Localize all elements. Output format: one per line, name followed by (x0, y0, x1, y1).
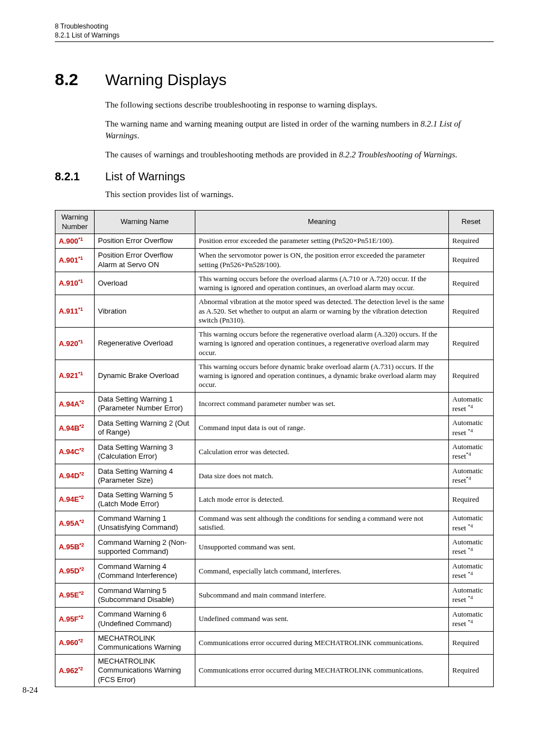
warning-name-cell: Command Warning 1 (Unsatisfying Command) (95, 511, 195, 535)
warning-meaning-cell: This warning occurs before the regenerat… (195, 328, 449, 360)
table-row: A.95B*2Command Warning 2 (Non-supported … (55, 535, 494, 559)
section-title: Warning Displays (105, 71, 227, 89)
warning-meaning-cell: Communications error occurred during MEC… (195, 631, 449, 655)
section-number: 8.2 (55, 70, 105, 89)
warning-number-cell: A.95B*2 (55, 535, 95, 559)
warning-name-cell: Vibration (95, 295, 195, 328)
warning-name-cell: Command Warning 2 (Non-supported Command… (95, 535, 195, 559)
page-number: 8-24 (22, 685, 38, 695)
warning-number-cell: A.95D*2 (55, 559, 95, 584)
warning-meaning-cell: Calculation error was detected. (195, 440, 449, 464)
table-row: A.920*1Regenerative OverloadThis warning… (55, 328, 494, 360)
warning-name-cell: Command Warning 4 (Command Interference) (95, 559, 195, 584)
table-row: A.95D*2Command Warning 4 (Command Interf… (55, 559, 494, 584)
warning-reset-cell: Automatic reset *4 (449, 583, 494, 607)
table-row: A.921*1Dynamic Brake OverloadThis warnin… (55, 360, 494, 392)
table-row: A.962*2MECHATROLINK Communications Warni… (55, 655, 494, 687)
page: 8 Troubleshooting 8.2.1 List of Warnings… (0, 0, 534, 704)
warning-reset-cell: Required (449, 272, 494, 295)
warning-number-cell: A.960*2 (55, 631, 95, 655)
warning-reset-cell: Automatic reset*4 (449, 440, 494, 464)
intro-paragraph-1: The following sections describe troubles… (105, 99, 494, 110)
warning-name-cell: Overload (95, 272, 195, 295)
warning-meaning-cell: Data size does not match. (195, 464, 449, 488)
warning-number-cell: A.95F*2 (55, 607, 95, 631)
warning-reset-cell: Required (449, 360, 494, 392)
table-row: A.901*1Position Error Overflow Alarm at … (55, 249, 494, 272)
warning-name-cell: MECHATROLINK Communications Warning (FCS… (95, 655, 195, 687)
table-row: A.94A*2Data Setting Warning 1 (Parameter… (55, 392, 494, 416)
warning-number-cell: A.921*1 (55, 360, 95, 392)
intro-p2-text-b: . (137, 131, 139, 140)
warning-reset-cell: Required (449, 488, 494, 511)
warning-meaning-cell: Unsupported command was sent. (195, 535, 449, 559)
table-row: A.910*1OverloadThis warning occurs befor… (55, 272, 494, 295)
col-header-meaning: Meaning (195, 211, 449, 234)
warning-meaning-cell: Latch mode error is detected. (195, 488, 449, 511)
table-header-row: Warning Number Warning Name Meaning Rese… (55, 211, 494, 234)
intro-p3-text-a: The causes of warnings and troubleshooti… (105, 150, 339, 159)
warning-number-cell: A.962*2 (55, 655, 95, 687)
warning-meaning-cell: Command was sent although the conditions… (195, 511, 449, 535)
table-row: A.900*1Position Error OverflowPosition e… (55, 234, 494, 249)
warning-meaning-cell: When the servomotor power is ON, the pos… (195, 249, 449, 272)
warning-meaning-cell: This warning occurs before the overload … (195, 272, 449, 295)
table-row: A.94E*2Data Setting Warning 5 (Latch Mod… (55, 488, 494, 511)
warning-name-cell: Regenerative Overload (95, 328, 195, 360)
intro-p2-text-a: The warning name and warning meaning out… (105, 119, 420, 128)
warning-name-cell: Data Setting Warning 3 (Calculation Erro… (95, 440, 195, 464)
warning-number-cell: A.901*1 (55, 249, 95, 272)
subsection-title: List of Warnings (105, 170, 185, 183)
warning-meaning-cell: Undefined command was sent. (195, 607, 449, 631)
intro-p3-text-b: . (455, 150, 457, 159)
warning-number-cell: A.94A*2 (55, 392, 95, 416)
table-row: A.960*2MECHATROLINK Communications Warni… (55, 631, 494, 655)
col-header-name: Warning Name (95, 211, 195, 234)
warning-name-cell: MECHATROLINK Communications Warning (95, 631, 195, 655)
warning-reset-cell: Automatic reset *4 (449, 535, 494, 559)
warning-name-cell: Command Warning 5 (Subcommand Disable) (95, 583, 195, 607)
warning-number-cell: A.900*1 (55, 234, 95, 249)
warning-meaning-cell: This warning occurs before dynamic brake… (195, 360, 449, 392)
table-row: A.94D*2Data Setting Warning 4 (Parameter… (55, 464, 494, 488)
warning-reset-cell: Required (449, 249, 494, 272)
intro-paragraph-2: The warning name and warning meaning out… (105, 118, 494, 141)
table-row: A.95E*2Command Warning 5 (Subcommand Dis… (55, 583, 494, 607)
running-head-section: 8.2.1 List of Warnings (55, 31, 494, 42)
warning-name-cell: Dynamic Brake Overload (95, 360, 195, 392)
warning-number-cell: A.94D*2 (55, 464, 95, 488)
warning-name-cell: Data Setting Warning 2 (Out of Range) (95, 416, 195, 440)
warning-name-cell: Data Setting Warning 1 (Parameter Number… (95, 392, 195, 416)
warning-name-cell: Position Error Overflow Alarm at Servo O… (95, 249, 195, 272)
warning-number-cell: A.94C*2 (55, 440, 95, 464)
warning-number-cell: A.95E*2 (55, 583, 95, 607)
warning-meaning-cell: Command, especially latch command, inter… (195, 559, 449, 584)
warning-reset-cell: Automatic reset *4 (449, 392, 494, 416)
warning-reset-cell: Required (449, 234, 494, 249)
warning-number-cell: A.910*1 (55, 272, 95, 295)
warning-meaning-cell: Position error exceeded the parameter se… (195, 234, 449, 249)
table-row: A.95A*2Command Warning 1 (Unsatisfying C… (55, 511, 494, 535)
col-header-reset: Reset (449, 211, 494, 234)
warning-meaning-cell: Incorrect command parameter number was s… (195, 392, 449, 416)
warning-reset-cell: Automatic reset *4 (449, 511, 494, 535)
section-heading: 8.2 Warning Displays (55, 70, 494, 89)
intro-p3-ref: 8.2.2 Troubleshooting of Warnings (339, 150, 455, 159)
warning-number-cell: A.920*1 (55, 328, 95, 360)
warning-reset-cell: Automatic reset *4 (449, 559, 494, 584)
subsection-number: 8.2.1 (55, 170, 105, 183)
warning-reset-cell: Required (449, 295, 494, 328)
warning-name-cell: Position Error Overflow (95, 234, 195, 249)
warning-meaning-cell: Abnormal vibration at the motor speed wa… (195, 295, 449, 328)
warning-name-cell: Data Setting Warning 5 (Latch Mode Error… (95, 488, 195, 511)
warning-meaning-cell: Communications error occurred during MEC… (195, 655, 449, 687)
warning-number-cell: A.911*1 (55, 295, 95, 328)
warning-name-cell: Data Setting Warning 4 (Parameter Size) (95, 464, 195, 488)
warning-number-cell: A.94E*2 (55, 488, 95, 511)
table-row: A.94C*2Data Setting Warning 3 (Calculati… (55, 440, 494, 464)
warning-number-cell: A.95A*2 (55, 511, 95, 535)
warning-reset-cell: Required (449, 328, 494, 360)
subsection-heading: 8.2.1 List of Warnings (55, 170, 494, 183)
warning-reset-cell: Automatic reset *4 (449, 607, 494, 631)
table-row: A.94B*2Data Setting Warning 2 (Out of Ra… (55, 416, 494, 440)
